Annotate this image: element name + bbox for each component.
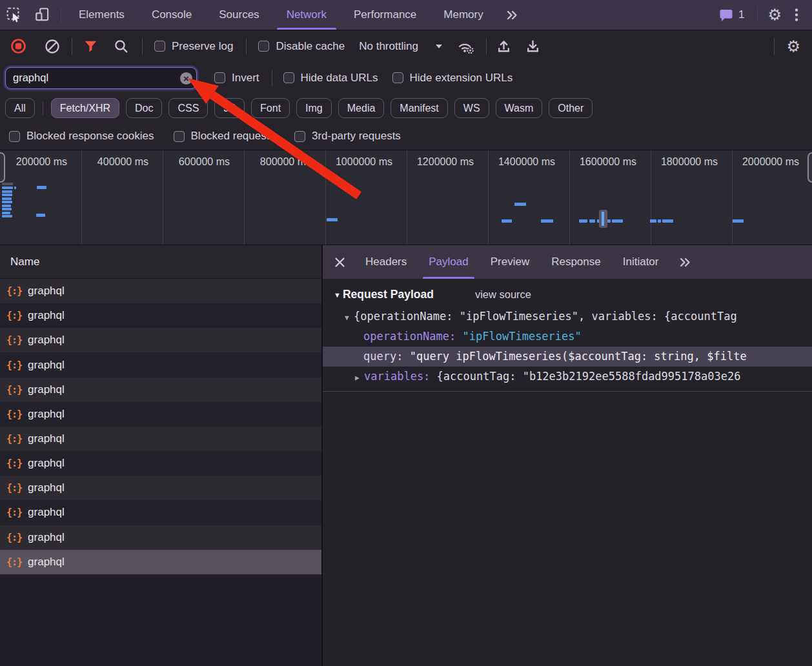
payload-section-title: Request Payload [343,288,434,301]
request-row[interactable]: {:}graphql [0,279,321,303]
json-file-icon: {:} [6,507,22,518]
export-har-button[interactable] [525,38,541,54]
json-file-icon: {:} [6,458,22,469]
tab-sources[interactable]: Sources [205,0,272,30]
request-row[interactable]: {:}graphql [0,476,321,500]
chip-ws[interactable]: WS [454,98,489,118]
payload-section-header[interactable]: ▼ Request Payload view source [334,288,812,301]
issues-button[interactable]: 1 [718,8,744,23]
inspect-icon [6,6,23,23]
close-detail-button[interactable] [323,245,354,279]
more-tabs-button[interactable] [497,0,525,30]
double-chevron-icon [676,255,693,270]
chip-img[interactable]: Img [296,98,332,118]
timeline-activity-bar [602,212,604,226]
filter-input-wrap: × [5,67,197,89]
blocked-response-cookies-toggle[interactable]: Blocked response cookies [9,130,154,143]
chip-font[interactable]: Font [251,98,290,118]
request-row-selected[interactable]: {:}graphql [0,550,321,574]
detail-tab-headers[interactable]: Headers [354,245,418,279]
timeline-activity-bar [2,194,12,196]
settings-button[interactable]: ⚙ [762,7,787,23]
import-har-button[interactable] [496,38,512,54]
record-icon [10,38,26,54]
tab-elements[interactable]: Elements [65,0,138,30]
json-file-icon: {:} [6,334,22,346]
upload-icon [496,38,512,54]
clear-button[interactable] [45,39,60,54]
request-row[interactable]: {:}graphql [0,402,321,427]
throttling-select[interactable]: No throttling [359,40,443,53]
payload-root-line[interactable]: ▼{operationName: "ipFlowTimeseries", var… [323,307,812,327]
request-row[interactable]: {:}graphql [0,500,321,525]
request-row[interactable]: {:}graphql [0,352,321,377]
chip-manifest[interactable]: Manifest [391,98,447,118]
request-type-filters: All Fetch/XHR Doc CSS JS Font Img Media … [0,94,812,123]
network-overview-timeline[interactable]: 200000 ms 400000 ms 600000 ms 800000 ms … [0,150,812,245]
chip-fetch-xhr[interactable]: Fetch/XHR [51,98,119,118]
timeline-activity-bar [2,183,13,185]
network-toolbar: Preserve log Disable cache No throttling [0,30,812,62]
payload-property-line-selected[interactable]: query: "query ipFlowTimeseries($accountT… [323,347,812,367]
kebab-menu-icon [793,7,800,23]
blocked-requests-toggle[interactable]: Blocked requests [174,130,275,143]
preserve-log-toggle[interactable]: Preserve log [154,40,233,53]
chip-other[interactable]: Other [549,98,593,118]
topbar-right-controls: 1 ⚙ [718,0,812,30]
chip-js[interactable]: JS [214,98,245,118]
detail-tab-initiator[interactable]: Initiator [612,245,670,279]
search-button[interactable] [114,39,129,54]
json-file-icon: {:} [6,482,22,494]
clear-filter-button[interactable]: × [180,72,192,85]
hide-extension-urls-toggle[interactable]: Hide extension URLs [392,72,513,85]
inspect-element-button[interactable] [0,0,28,30]
request-row[interactable]: {:}graphql [0,427,321,451]
device-toolbar-button[interactable] [28,0,57,30]
menu-button[interactable] [787,7,806,23]
timeline-activity-bar [2,215,12,217]
third-party-requests-toggle[interactable]: 3rd-party requests [294,130,401,143]
network-settings-button[interactable]: ⚙ [786,39,800,54]
request-row[interactable]: {:}graphql [0,303,321,328]
json-file-icon: {:} [6,359,22,371]
divider [43,102,43,115]
json-file-icon: {:} [6,532,22,543]
timeline-left-handle[interactable] [0,152,5,183]
chip-media[interactable]: Media [338,98,385,118]
chip-doc[interactable]: Doc [126,98,162,118]
message-bubble-icon [718,8,734,23]
hide-data-urls-toggle[interactable]: Hide data URLs [283,72,378,85]
preserve-log-checkbox [154,41,165,52]
view-source-link[interactable]: view source [475,288,531,301]
request-row[interactable]: {:}graphql [0,451,321,476]
more-detail-tabs-button[interactable] [669,245,699,279]
request-row[interactable]: {:}graphql [0,328,321,352]
invert-toggle[interactable]: Invert [214,72,259,85]
device-toolbar-icon [34,6,51,23]
disable-cache-toggle[interactable]: Disable cache [258,40,345,53]
detail-tab-response[interactable]: Response [540,245,612,279]
filter-input[interactable] [5,67,197,89]
detail-tab-payload[interactable]: Payload [418,245,479,279]
timeline-right-handle[interactable] [807,152,812,183]
divider [246,38,247,55]
payload-property-line[interactable]: ▶variables: {accountTag: "b12e3b2192ee55… [323,367,812,387]
record-button[interactable] [10,38,26,54]
network-conditions-button[interactable] [457,39,474,54]
chip-wasm[interactable]: Wasm [496,98,543,118]
timeline-activity-bar [541,219,553,223]
name-column-header[interactable]: Name [0,245,321,279]
detail-tab-preview[interactable]: Preview [480,245,540,279]
tab-memory[interactable]: Memory [430,0,496,30]
chip-css[interactable]: CSS [168,98,208,118]
property-key: operationName: [363,330,456,343]
tab-console[interactable]: Console [138,0,205,30]
chip-all[interactable]: All [5,98,35,118]
tab-performance[interactable]: Performance [340,0,430,30]
tab-network[interactable]: Network [273,0,340,30]
timeline-activity-bar [2,197,12,200]
request-row[interactable]: {:}graphql [0,525,321,550]
payload-property-line[interactable]: operationName: "ipFlowTimeseries" [323,327,812,347]
request-row[interactable]: {:}graphql [0,378,321,402]
filter-toggle-button[interactable] [83,39,98,54]
